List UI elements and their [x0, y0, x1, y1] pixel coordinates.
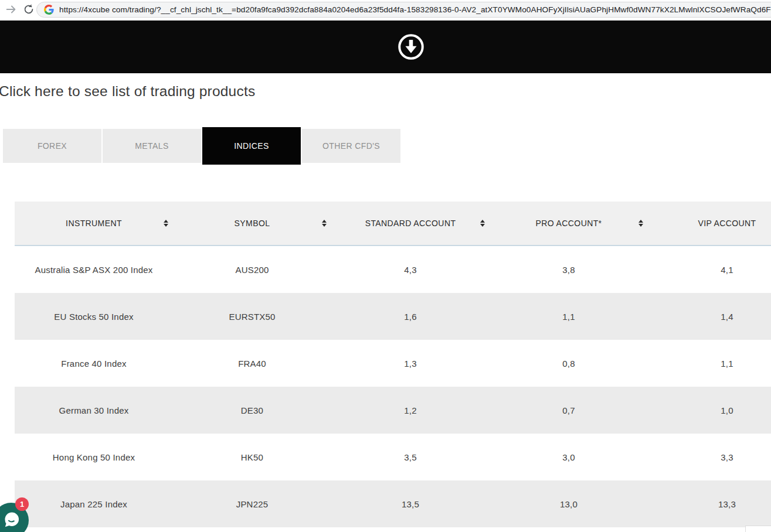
- sort-icon[interactable]: [638, 220, 643, 227]
- column-header-symbol[interactable]: SYMBOL: [173, 202, 331, 245]
- table-row: EU Stocks 50 IndexEURSTX501,61,11,4: [15, 293, 771, 340]
- table-row: Japan 225 IndexJPN22513,513,013,3: [15, 480, 771, 527]
- cell-symbol: HK50: [173, 452, 331, 462]
- top-banner: [0, 21, 771, 73]
- cell-pro-account: 3,0: [490, 452, 648, 462]
- column-header-vip-account[interactable]: VIP ACCOUNT: [648, 202, 771, 245]
- column-header-instrument[interactable]: INSTRUMENT: [15, 202, 173, 245]
- cell-pro-account: 1,1: [490, 312, 648, 322]
- cell-instrument: Japan 225 Index: [15, 499, 173, 509]
- cell-instrument: Hong Kong 50 Index: [15, 452, 173, 462]
- cell-vip-account: 13,3: [648, 499, 771, 509]
- cell-instrument: German 30 Index: [15, 405, 173, 415]
- column-label: INSTRUMENT: [66, 219, 122, 228]
- table-row: France 40 IndexFRA401,30,81,1: [15, 340, 771, 387]
- cell-symbol: AUS200: [173, 265, 331, 275]
- tab-other-cfd-s[interactable]: OTHER CFD'S: [302, 129, 400, 163]
- cell-standard-account: 1,2: [331, 405, 490, 415]
- table-body: Australia S&P ASX 200 IndexAUS2004,33,84…: [15, 246, 771, 532]
- cell-vip-account: 1,4: [648, 312, 771, 322]
- tab-indices[interactable]: INDICES: [202, 127, 301, 165]
- cell-symbol: JPN225: [173, 499, 331, 509]
- tab-forex[interactable]: FOREX: [3, 129, 101, 163]
- cell-instrument: EU Stocks 50 Index: [15, 312, 173, 322]
- cell-instrument: Australia S&P ASX 200 Index: [15, 265, 173, 275]
- cell-instrument: France 40 Index: [15, 359, 173, 369]
- url-text[interactable]: https://4xcube com/trading/?__cf_chl_jsc…: [59, 5, 771, 14]
- cell-vip-account: 3,3: [648, 452, 771, 462]
- forward-icon[interactable]: [5, 3, 18, 16]
- circle-arrow-down-icon[interactable]: [398, 33, 424, 60]
- sort-icon[interactable]: [480, 220, 485, 227]
- cell-standard-account: 1,6: [331, 312, 490, 322]
- instruments-table: INSTRUMENTSYMBOLSTANDARD ACCOUNTPRO ACCO…: [15, 202, 771, 532]
- cell-standard-account: 1,3: [331, 359, 490, 369]
- trading-products-toggle[interactable]: Click here to see list of trading produc…: [0, 83, 255, 100]
- tab-metals[interactable]: METALS: [103, 129, 201, 163]
- cell-symbol: DE30: [173, 405, 331, 415]
- cell-symbol: FRA40: [173, 359, 331, 369]
- table-row-partial: [15, 527, 771, 532]
- cell-pro-account: 13,0: [490, 499, 648, 509]
- table-row: Australia S&P ASX 200 IndexAUS2004,33,84…: [15, 246, 771, 293]
- cell-vip-account: 1,0: [648, 405, 771, 415]
- chat-bubble-icon: [2, 510, 22, 530]
- cell-pro-account: 3,8: [490, 265, 648, 275]
- chat-unread-badge[interactable]: 1: [15, 497, 29, 511]
- cell-standard-account: 13,5: [331, 499, 490, 509]
- column-header-standard-account[interactable]: STANDARD ACCOUNT: [331, 202, 490, 245]
- cell-vip-account: 4,1: [648, 265, 771, 275]
- google-favicon: [44, 5, 54, 15]
- cell-symbol: EURSTX50: [173, 312, 331, 322]
- column-label: STANDARD ACCOUNT: [365, 219, 456, 228]
- tabs: FOREXMETALSINDICESOTHER CFD'S: [3, 127, 402, 165]
- column-label: PRO ACCOUNT*: [536, 219, 602, 228]
- column-label: SYMBOL: [235, 219, 270, 228]
- cell-pro-account: 0,8: [490, 359, 648, 369]
- table-row: German 30 IndexDE301,20,71,0: [15, 387, 771, 434]
- browser-toolbar: https://4xcube com/trading/?__cf_chl_jsc…: [0, 0, 771, 19]
- column-label: VIP ACCOUNT: [698, 219, 756, 228]
- reload-icon[interactable]: [22, 3, 35, 16]
- cell-vip-account: 1,1: [648, 359, 771, 369]
- sort-icon[interactable]: [322, 220, 327, 227]
- address-bar[interactable]: https://4xcube com/trading/?__cf_chl_jsc…: [36, 2, 771, 18]
- cell-standard-account: 3,5: [331, 452, 490, 462]
- cell-pro-account: 0,7: [490, 405, 648, 415]
- table-header-row: INSTRUMENTSYMBOLSTANDARD ACCOUNTPRO ACCO…: [15, 202, 771, 246]
- scrollbar-corner: [745, 526, 771, 532]
- column-header-pro-account[interactable]: PRO ACCOUNT*: [490, 202, 648, 245]
- sort-icon[interactable]: [164, 220, 168, 227]
- table-row: Hong Kong 50 IndexHK503,53,03,3: [15, 434, 771, 480]
- cell-standard-account: 4,3: [331, 265, 490, 275]
